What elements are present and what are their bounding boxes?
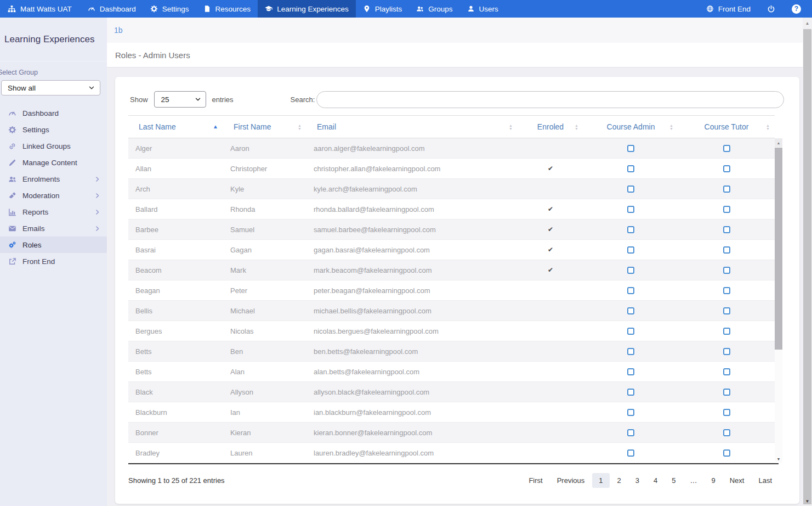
- course-tutor-checkbox[interactable]: [723, 267, 730, 274]
- course-tutor-checkbox[interactable]: [723, 185, 730, 193]
- sidebar-item-dashboard[interactable]: Dashboard: [0, 105, 107, 121]
- page-scrollbar-thumb[interactable]: [803, 29, 811, 504]
- column-header-course-admin[interactable]: Course Admin▲▼: [583, 116, 678, 138]
- course-tutor-checkbox[interactable]: [723, 429, 730, 436]
- course-tutor-checkbox[interactable]: [723, 368, 730, 375]
- power-icon[interactable]: [767, 5, 775, 13]
- sidebar-item-enrolments[interactable]: Enrolments: [0, 171, 107, 187]
- course-tutor-checkbox[interactable]: [723, 449, 730, 457]
- course-admin-checkbox[interactable]: [627, 409, 634, 416]
- nav-item-dashboard[interactable]: Dashboard: [81, 0, 143, 18]
- email-cell: kieran.bonner@fakelearningpool.com: [306, 429, 518, 437]
- pagination-1[interactable]: 1: [592, 473, 609, 488]
- email-cell: michael.bellis@fakelearningpool.com: [306, 307, 518, 315]
- course-tutor-checkbox[interactable]: [723, 246, 730, 254]
- nav-item-groups[interactable]: Groups: [409, 0, 459, 18]
- pagination-last[interactable]: Last: [752, 473, 779, 488]
- sidebar-item-front-end[interactable]: Front End: [0, 253, 107, 269]
- column-header-email[interactable]: Email▲▼: [306, 116, 518, 138]
- top-navbar: Matt Watts UAT DashboardSettingsResource…: [0, 0, 812, 18]
- course-tutor-checkbox[interactable]: [723, 307, 730, 314]
- pagination-3[interactable]: 3: [629, 473, 646, 488]
- first-name-cell: Aaron: [223, 144, 306, 153]
- course-admin-checkbox[interactable]: [627, 328, 634, 335]
- column-header-course-tutor[interactable]: Course Tutor▲▼: [678, 116, 775, 138]
- scroll-up-icon[interactable]: ▲: [803, 19, 812, 28]
- course-admin-checkbox[interactable]: [627, 267, 634, 274]
- scroll-down-icon[interactable]: ▼: [775, 454, 782, 463]
- sidebar-item-label: Manage Content: [22, 159, 77, 167]
- main-content: Show 25 entries Search: Last Name▲First …: [107, 68, 803, 506]
- column-label: First Name: [234, 122, 271, 131]
- course-admin-checkbox[interactable]: [627, 287, 634, 294]
- course-admin-checkbox[interactable]: [627, 429, 634, 436]
- course-tutor-checkbox[interactable]: [723, 145, 730, 152]
- course-tutor-cell: [678, 287, 775, 294]
- column-label: Course Tutor: [705, 122, 749, 131]
- table-row: AlgerAaronaaron.alger@fakelearningpool.c…: [128, 138, 775, 159]
- course-admin-checkbox[interactable]: [627, 449, 634, 457]
- course-tutor-checkbox[interactable]: [723, 389, 730, 396]
- page-title-bar: Roles - Admin Users: [107, 43, 803, 68]
- nav-item-front-end[interactable]: Front End: [706, 0, 751, 18]
- pagination-previous[interactable]: Previous: [550, 473, 592, 488]
- search-input[interactable]: [316, 91, 784, 108]
- course-admin-checkbox[interactable]: [627, 226, 634, 233]
- table-scrollbar[interactable]: ▲ ▼: [775, 138, 782, 463]
- course-tutor-checkbox[interactable]: [723, 328, 730, 335]
- enroled-cell: ✔: [518, 165, 583, 172]
- pagination-2[interactable]: 2: [611, 473, 628, 488]
- course-admin-checkbox[interactable]: [627, 185, 634, 193]
- sidebar-item-reports[interactable]: Reports: [0, 204, 107, 220]
- page-scrollbar[interactable]: ▲ ▼: [803, 18, 812, 506]
- course-tutor-checkbox[interactable]: [723, 409, 730, 416]
- nav-item-learning-experiences[interactable]: Learning Experiences: [258, 0, 356, 18]
- course-tutor-checkbox[interactable]: [723, 206, 730, 213]
- column-header-enroled[interactable]: Enroled▲▼: [518, 116, 583, 138]
- course-admin-checkbox[interactable]: [627, 145, 634, 152]
- scroll-up-icon[interactable]: ▲: [775, 138, 782, 147]
- nav-item-playlists[interactable]: Playlists: [356, 0, 410, 18]
- course-tutor-checkbox[interactable]: [723, 226, 730, 233]
- table-scrollbar-thumb[interactable]: [775, 148, 782, 350]
- enroled-cell: ✔: [518, 246, 583, 254]
- course-admin-checkbox[interactable]: [627, 348, 634, 355]
- page-size-select[interactable]: 25: [154, 91, 206, 108]
- nav-item-users[interactable]: Users: [460, 0, 506, 18]
- course-admin-checkbox[interactable]: [627, 307, 634, 314]
- course-admin-checkbox[interactable]: [627, 165, 634, 172]
- email-cell: kyle.arch@fakelearningpool.com: [306, 185, 518, 193]
- course-tutor-checkbox[interactable]: [723, 165, 730, 172]
- pagination-first[interactable]: First: [522, 473, 549, 488]
- sidebar-item-settings[interactable]: Settings: [0, 121, 107, 138]
- sidebar-item-emails[interactable]: Emails: [0, 220, 107, 237]
- column-header-first-name[interactable]: First Name▲▼: [223, 116, 306, 138]
- last-name-cell: Arch: [128, 185, 223, 193]
- sidebar-item-linked-groups[interactable]: Linked Groups: [0, 138, 107, 154]
- nav-item-resources[interactable]: Resources: [196, 0, 258, 18]
- group-select[interactable]: Show all: [1, 80, 100, 95]
- help-icon[interactable]: ?: [792, 4, 801, 14]
- nav-item-settings[interactable]: Settings: [143, 0, 196, 18]
- course-admin-checkbox[interactable]: [627, 246, 634, 254]
- pagination-5[interactable]: 5: [665, 473, 682, 488]
- pagination-ellipsis[interactable]: …: [683, 473, 703, 488]
- course-tutor-checkbox[interactable]: [723, 287, 730, 294]
- sidebar-item-moderation[interactable]: Moderation: [0, 187, 107, 204]
- column-header-last-name[interactable]: Last Name▲: [128, 116, 223, 138]
- page-size-value: 25: [161, 95, 169, 104]
- sidebar-item-roles[interactable]: Roles: [0, 237, 107, 253]
- nav-item-label: Groups: [428, 5, 452, 13]
- sidebar-item-manage-content[interactable]: Manage Content: [0, 154, 107, 171]
- course-tutor-checkbox[interactable]: [723, 348, 730, 355]
- breadcrumb-link[interactable]: 1b: [114, 26, 123, 35]
- first-name-cell: Alan: [223, 368, 306, 376]
- course-admin-checkbox[interactable]: [627, 206, 634, 213]
- course-admin-checkbox[interactable]: [627, 368, 634, 375]
- pagination-4[interactable]: 4: [647, 473, 664, 488]
- course-admin-checkbox[interactable]: [627, 389, 634, 396]
- pagination-9[interactable]: 9: [705, 473, 722, 488]
- scroll-down-icon[interactable]: ▼: [803, 497, 812, 506]
- pagination-next[interactable]: Next: [723, 473, 751, 488]
- brand-menu[interactable]: Matt Watts UAT: [0, 0, 81, 18]
